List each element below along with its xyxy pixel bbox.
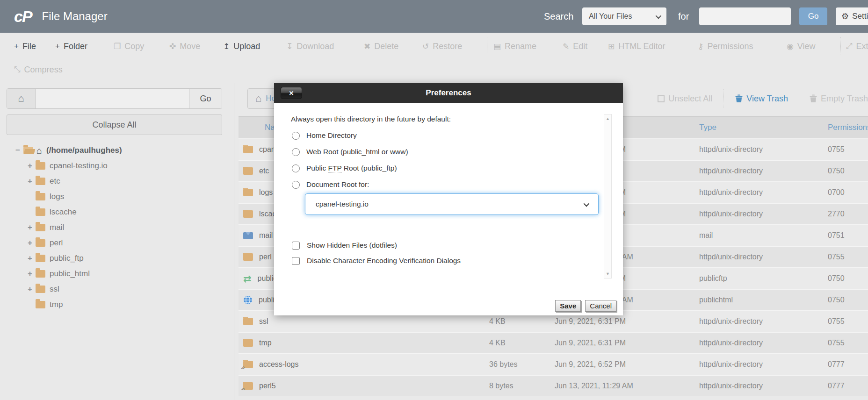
column-header-type[interactable]: Type [684,123,813,132]
radio-label: Home Directory [306,131,357,140]
view-trash-label: View Trash [746,94,788,104]
expand-icon[interactable]: + [24,161,36,171]
path-go-button[interactable]: Go [189,89,222,108]
toolbar-html-editor-button: ⊞HTML Editor [608,33,665,60]
radio-document-root[interactable] [292,181,300,189]
tree-item-mail[interactable]: +mail [0,220,234,235]
permissions-cell: 0750 [813,274,868,283]
checkbox-disable-encoding-dialogs[interactable] [292,257,300,265]
toolbar-label: Rename [505,42,536,51]
toolbar-file-button[interactable]: +File [14,33,36,60]
toolbar-divider [840,37,841,55]
tree-item-tmp[interactable]: tmp [0,297,234,312]
table-row-tmp[interactable]: tmp4 KBJun 9, 2021, 6:31 PMhttpd/unix-di… [239,332,868,353]
collapse-all-button[interactable]: Collapse All [7,114,222,135]
checkbox-label: Disable Character Encoding Verification … [307,257,461,265]
search-go-button[interactable]: Go [799,7,827,25]
expand-icon[interactable]: + [24,285,36,294]
tree-item-lscache[interactable]: lscache [0,204,234,220]
folder-plus-icon: + [55,42,60,51]
column-header-permissions[interactable]: Permissions [813,123,868,132]
search-label: Search [544,11,573,22]
tree-item-etc[interactable]: +etc [0,173,234,189]
document-root-select[interactable]: cpanel-testing.io [305,193,599,215]
empty-trash-button: Empty Trash [810,94,868,104]
tree-item-perl[interactable]: +perl [0,235,234,250]
toolbar-upload-button[interactable]: ↥Upload [223,33,260,60]
tree-item-label: cpanel-testing.io [50,161,108,171]
toolbar-restore-button: ↺Restore [422,33,462,60]
home-button[interactable]: ⌂ [7,89,36,108]
tree-item-cpanel-testing.io[interactable]: +cpanel-testing.io [0,158,234,173]
search-input[interactable] [699,7,791,25]
edit-icon: ✎ [563,42,569,51]
radio-home-directory[interactable] [292,132,300,140]
scroll-down-arrow-icon[interactable]: ▼ [604,271,611,276]
folder-icon [36,208,45,216]
file-manager-toolbar: +File+Folder❐Copy✜Move↥Upload↧Download✖D… [0,33,868,82]
expand-icon[interactable]: + [24,269,36,279]
document-root-select-value: cpanel-testing.io [316,200,369,208]
chevron-down-icon [584,200,590,207]
expand-icon[interactable]: + [24,223,36,232]
permissions-cell: 2770 [813,210,868,218]
expand-icon[interactable]: + [24,238,36,248]
permissions-cell: 0750 [813,296,868,304]
save-button[interactable]: Save [555,300,581,312]
tree-item-publicftp[interactable]: +public_ftp [0,250,234,266]
default-directory-heading: Always open this directory in the future… [291,115,593,123]
mail-icon [243,232,253,239]
toolbar-label: Delete [374,42,398,51]
scroll-up-arrow-icon[interactable]: ▲ [604,116,611,121]
radio-public-ftp-root[interactable] [292,164,300,172]
radio-row-home-directory: Home Directory [292,131,593,140]
expand-icon[interactable]: + [24,254,36,263]
tree-item-publichtml[interactable]: +public_html [0,266,234,281]
preferences-dialog: Preferences ✕ Always open this directory… [274,83,623,315]
toolbar-folder-button[interactable]: +Folder [55,33,87,60]
expand-icon[interactable]: + [24,177,36,186]
folder-icon [243,318,253,325]
file-name-cell: perl [259,253,272,261]
tree-item-label: etc [50,177,60,186]
radio-web-root[interactable] [292,148,300,156]
permissions-cell: 0751 [813,231,868,240]
search-scope-value: All Your Files [589,12,632,21]
toolbar-label: Compress [24,65,63,75]
link-icon: ∞ [239,364,246,369]
search-scope-select[interactable]: All Your Files [582,7,666,25]
toolbar-label: File [22,42,36,51]
folder-icon [36,178,45,185]
close-button[interactable]: ✕ [281,87,302,99]
check-row-disable-encoding: Disable Character Encoding Verification … [292,257,593,265]
tree-item-homepaulhughes[interactable]: −⌂(/home/paulhughes) [0,143,234,158]
folder-icon [243,146,253,153]
file-size-cell: 8 bytes [482,382,547,390]
folder-icon [243,253,253,261]
folder-icon [36,224,45,231]
path-input[interactable] [36,89,189,108]
checkbox-show-hidden-files[interactable] [292,242,300,250]
collapse-icon[interactable]: − [12,146,23,155]
cancel-button[interactable]: Cancel [585,300,616,312]
folder-icon [243,339,253,347]
permissions-cell: 0777 [813,360,868,369]
permissions-cell: 0755 [813,253,868,261]
file-name-cell: logs [259,188,273,197]
table-row-perl5[interactable]: ∞perl58 bytesJun 13, 2021, 11:29 AMhttpd… [239,375,868,396]
restore-icon: ↺ [422,42,429,51]
close-icon: ✕ [289,90,294,97]
table-row-access-logs[interactable]: ∞access-logs36 bytesJun 9, 2021, 6:52 PM… [239,353,868,375]
tree-item-logs[interactable]: logs [0,189,234,204]
folder-icon [36,270,45,278]
tree-item-ssl[interactable]: +ssl [0,281,234,297]
settings-button[interactable]: ⚙ Settings [836,7,868,25]
tree-item-label: lscache [50,207,77,217]
dialog-scrollbar[interactable]: ▲ ▼ [604,114,612,279]
file-size-cell: 36 bytes [482,360,547,369]
view-trash-button[interactable]: View Trash [735,94,788,104]
dialog-titlebar: Preferences ✕ [274,83,623,103]
permissions-cell: 0750 [813,167,868,175]
toolbar-label: Copy [124,42,144,51]
tree-item-label: ssl [50,285,59,294]
